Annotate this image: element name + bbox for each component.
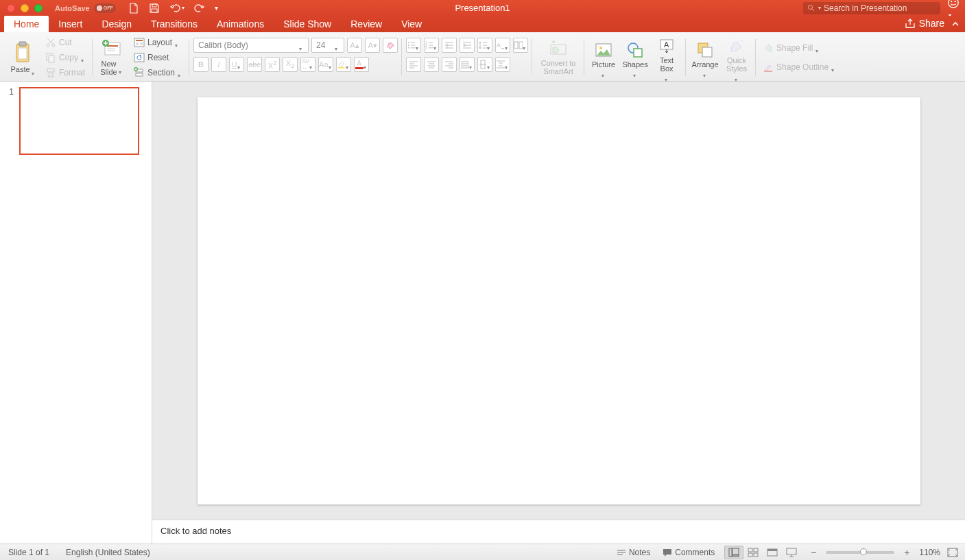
align-right-button[interactable] bbox=[442, 57, 457, 72]
search-input[interactable]: ▾ Search in Presentation bbox=[803, 2, 940, 14]
textbox-button[interactable]: A Text Box bbox=[652, 35, 682, 80]
line-spacing-button[interactable] bbox=[477, 38, 492, 53]
sorter-view-button[interactable] bbox=[743, 546, 763, 559]
decrease-indent-icon bbox=[444, 40, 454, 50]
justify-button[interactable] bbox=[460, 57, 475, 72]
numbering-icon: 123 bbox=[425, 40, 433, 50]
clear-formatting-button[interactable]: A bbox=[383, 38, 398, 53]
superscript-button[interactable]: X2 bbox=[265, 57, 280, 72]
canvas-area[interactable] bbox=[152, 82, 965, 520]
quick-styles-button[interactable]: Quick Styles bbox=[722, 35, 752, 80]
reading-view-button[interactable] bbox=[763, 546, 782, 559]
status-bar: Slide 1 of 1 English (United States) Not… bbox=[0, 544, 965, 560]
tab-animations[interactable]: Animations bbox=[207, 16, 274, 32]
arrange-button[interactable]: Arrange bbox=[690, 39, 720, 75]
svg-rect-1 bbox=[152, 9, 157, 12]
svg-point-5 bbox=[955, 1, 955, 2]
shape-outline-button[interactable]: Shape Outline bbox=[760, 60, 839, 74]
tab-view[interactable]: View bbox=[392, 16, 431, 32]
columns-button[interactable] bbox=[513, 38, 528, 53]
cut-button[interactable]: Cut bbox=[43, 36, 88, 49]
font-color-button[interactable]: A bbox=[354, 57, 369, 72]
font-name-select[interactable]: Calibri (Body) bbox=[193, 38, 309, 53]
qat-customize-icon[interactable]: ▾ bbox=[215, 4, 218, 12]
svg-rect-58 bbox=[748, 548, 752, 552]
increase-indent-button[interactable] bbox=[460, 38, 475, 53]
undo-icon[interactable]: ▾ bbox=[169, 3, 184, 14]
copy-button[interactable]: Copy bbox=[43, 51, 88, 64]
notes-toggle[interactable]: Notes bbox=[614, 546, 653, 559]
reset-icon bbox=[134, 52, 145, 63]
strikethrough-button[interactable]: abc bbox=[247, 57, 262, 72]
numbering-button[interactable]: 123 bbox=[424, 38, 439, 53]
distribute-button[interactable] bbox=[495, 57, 510, 72]
arrange-icon bbox=[695, 40, 715, 60]
save-icon[interactable] bbox=[149, 3, 160, 14]
minimize-window[interactable] bbox=[21, 4, 29, 12]
font-size-select[interactable]: 24 bbox=[311, 38, 344, 53]
svg-point-9 bbox=[47, 44, 49, 47]
format-painter-icon bbox=[45, 67, 56, 78]
text-direction-button[interactable]: A bbox=[495, 38, 510, 53]
zoom-in-button[interactable]: + bbox=[901, 547, 912, 558]
underline-button[interactable]: U bbox=[229, 57, 244, 72]
shapes-button[interactable]: Shapes bbox=[620, 39, 650, 75]
fit-to-window-button[interactable] bbox=[947, 548, 958, 557]
align-center-button[interactable] bbox=[424, 57, 439, 72]
thumbnail-slide-1[interactable] bbox=[19, 87, 139, 155]
picture-button[interactable]: Picture bbox=[588, 39, 619, 75]
align-vertical-button[interactable] bbox=[477, 57, 492, 72]
decrease-font-button[interactable]: A▾ bbox=[365, 38, 380, 53]
collapse-ribbon-icon[interactable] bbox=[951, 20, 960, 28]
thumbnail-panel[interactable]: 1 bbox=[0, 82, 152, 544]
bullets-button[interactable] bbox=[406, 38, 421, 53]
paste-button[interactable]: Paste bbox=[8, 40, 38, 75]
font-group: Calibri (Body) 24 A▴ A▾ A B I U abc X2 X… bbox=[189, 34, 402, 81]
section-button[interactable]: Section bbox=[131, 66, 185, 80]
shape-fill-button[interactable]: Shape Fill bbox=[760, 41, 839, 55]
tab-home[interactable]: Home bbox=[4, 16, 49, 32]
layout-button[interactable]: Layout bbox=[131, 36, 185, 49]
normal-view-button[interactable] bbox=[724, 546, 743, 559]
highlight-button[interactable] bbox=[336, 57, 351, 72]
close-window[interactable] bbox=[7, 4, 15, 12]
autosave-switch[interactable]: OFF bbox=[94, 3, 116, 13]
shape-outline-icon bbox=[763, 62, 774, 73]
align-left-button[interactable] bbox=[406, 57, 421, 72]
share-button[interactable]: Share bbox=[905, 18, 944, 29]
bold-button[interactable]: B bbox=[193, 57, 209, 72]
zoom-slider[interactable] bbox=[826, 551, 894, 554]
svg-point-31 bbox=[408, 45, 409, 46]
zoom-knob[interactable] bbox=[860, 548, 867, 555]
char-spacing-button[interactable]: AV↔ bbox=[300, 57, 315, 72]
change-case-button[interactable]: Aa bbox=[318, 57, 333, 72]
slide-canvas[interactable] bbox=[198, 97, 920, 504]
file-icon[interactable] bbox=[128, 3, 139, 14]
increase-font-button[interactable]: A▴ bbox=[347, 38, 362, 53]
new-slide-button[interactable]: New Slide bbox=[97, 37, 127, 77]
notes-pane[interactable]: Click to add notes bbox=[152, 520, 965, 544]
decrease-indent-button[interactable] bbox=[442, 38, 457, 53]
subscript-button[interactable]: X2 bbox=[283, 57, 298, 72]
italic-button[interactable]: I bbox=[211, 57, 226, 72]
quick-styles-icon bbox=[727, 36, 746, 56]
slideshow-view-button[interactable] bbox=[782, 546, 801, 559]
autosave-toggle[interactable]: AutoSave OFF bbox=[55, 3, 116, 13]
italic-icon: I bbox=[218, 60, 220, 69]
comments-toggle[interactable]: Comments bbox=[660, 546, 717, 559]
tab-design[interactable]: Design bbox=[92, 16, 141, 32]
reset-button[interactable]: Reset bbox=[131, 51, 185, 64]
thumbnail-row[interactable]: 1 bbox=[7, 87, 145, 155]
redo-icon[interactable] bbox=[194, 3, 205, 14]
tab-review[interactable]: Review bbox=[341, 16, 392, 32]
tab-slide-show[interactable]: Slide Show bbox=[274, 16, 341, 32]
tab-transitions[interactable]: Transitions bbox=[141, 16, 207, 32]
zoom-out-button[interactable]: − bbox=[808, 547, 819, 558]
convert-smartart-button[interactable]: Convert to SmartArt bbox=[536, 35, 580, 80]
slide-info[interactable]: Slide 1 of 1 bbox=[8, 548, 49, 557]
maximize-window[interactable] bbox=[34, 4, 43, 12]
zoom-level[interactable]: 110% bbox=[919, 548, 940, 557]
tab-insert[interactable]: Insert bbox=[49, 16, 92, 32]
language-status[interactable]: English (United States) bbox=[66, 548, 150, 557]
format-painter-button[interactable]: Format bbox=[43, 66, 88, 80]
